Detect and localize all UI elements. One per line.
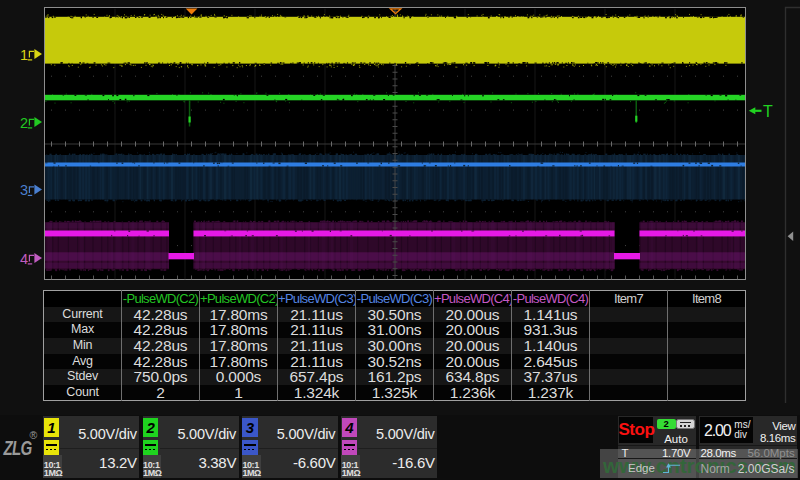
svg-text:2: 2: [20, 115, 28, 131]
svg-text:3: 3: [20, 182, 28, 198]
svg-text:ZLG: ZLG: [3, 435, 32, 459]
svg-text:T: T: [763, 103, 773, 120]
svg-text:®: ®: [30, 429, 38, 441]
svg-text:4: 4: [20, 251, 28, 267]
svg-text:1: 1: [20, 47, 28, 63]
